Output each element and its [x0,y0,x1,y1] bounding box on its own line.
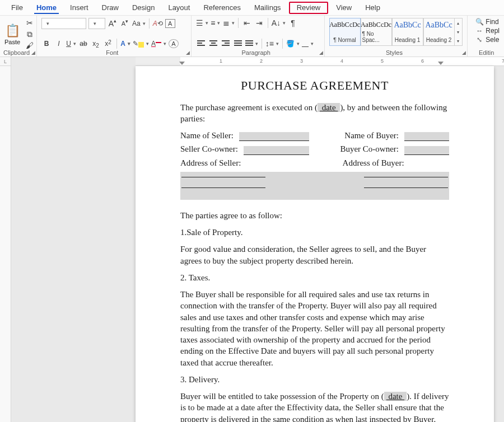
distributed-button[interactable] [245,39,258,49]
section3-body: Buyer will be entitled to take possessio… [180,391,449,422]
font-color-button[interactable]: A [151,39,166,49]
ruler-tick: 5 [381,58,384,64]
bold-button[interactable]: B [41,39,52,49]
address-block[interactable] [180,172,449,200]
tab-design[interactable]: Design [125,0,161,16]
ruler-tick: 1 [220,58,222,64]
ribbon-tabs: File Home Insert Draw Design Layout Refe… [0,0,504,16]
increase-indent-button[interactable]: ⇥ [254,18,264,28]
style-no-spacing[interactable]: AaBbCcDc ¶ No Spac... [361,18,392,46]
tab-view[interactable]: View [329,0,358,16]
enclose-char-button[interactable]: A [169,39,179,48]
clear-formatting-button[interactable]: A⟲ [153,18,163,29]
tab-review[interactable]: Review [289,2,329,14]
tab-mailings[interactable]: Mailings [248,0,288,16]
group-clipboard-label: Clipboard [0,49,33,56]
paragraph-dialog-launcher[interactable]: ◢ [319,50,323,55]
numbering-button[interactable]: ≡ [211,18,221,28]
italic-button[interactable]: I [54,39,64,49]
section2-body: The Buyer shall be responsible for all r… [180,289,449,368]
vertical-ruler[interactable]: L [0,57,11,422]
date-field[interactable]: date [318,103,340,112]
find-label: Find [486,18,498,26]
tab-layout[interactable]: Layout [161,0,197,16]
strikethrough-button[interactable]: ab [78,39,88,49]
shrink-font-button[interactable]: A▾ [120,18,130,29]
group-font: A▴ A▾ Aa A⟲ A B I U ab x2 x2 A ✎ A A Fon… [37,16,192,57]
style-normal[interactable]: AaBbCcDc ¶ Normal [329,18,361,46]
style-heading2-label: Heading 2 [426,37,452,43]
show-hide-button[interactable]: ¶ [288,18,298,28]
section1-head: 1.Sale of Property. [180,227,449,238]
tab-draw[interactable]: Draw [95,0,125,16]
font-dialog-launcher[interactable]: ◢ [186,50,190,55]
shading-button[interactable]: 🪣 [286,39,300,49]
borders-button[interactable] [302,39,314,49]
paste-button[interactable]: 📋 Paste [4,19,20,49]
find-button[interactable]: 🔍Find [475,18,500,26]
style-heading1[interactable]: AaBbCc Heading 1 [392,18,423,46]
agree-line: The parties agree to as follow: [180,210,449,221]
tab-references[interactable]: References [197,0,247,16]
highlight-button[interactable]: ✎ [133,39,149,49]
style-preview: AaBbCc [425,21,452,30]
tab-help[interactable]: Help [358,0,387,16]
styles-dialog-launcher[interactable]: ◢ [462,50,466,55]
align-left-button[interactable] [196,39,206,49]
style-preview: AaBbCcDc [361,21,391,29]
ruler-tick: 7 [502,58,504,64]
group-clipboard: 📋 Paste ✂ ⧉ 🖌 Clipboard ◢ [0,16,37,57]
align-right-button[interactable] [221,39,231,49]
blank-name-seller[interactable] [239,132,309,141]
tab-file[interactable]: File [4,0,30,16]
replace-button[interactable]: ↔Repl [475,27,500,35]
bullets-button[interactable]: ☰ [196,18,208,28]
ruler-origin[interactable]: L [0,57,11,66]
justify-button[interactable] [233,39,243,49]
group-styles-label: Styles [325,49,464,56]
style-heading1-label: Heading 1 [395,37,421,43]
label-addr-seller: Address of Seller: [180,157,241,168]
align-center-button[interactable] [208,39,218,49]
tab-home[interactable]: Home [30,0,63,16]
document-page[interactable]: PURCHASE AGREEMENT The purchase agreemen… [136,66,494,422]
styles-more-button[interactable]: ▴▾▾ [455,18,463,46]
font-size-select[interactable] [88,18,105,29]
date-field-2[interactable]: date [384,392,407,401]
cut-button[interactable]: ✂ [25,18,35,28]
cursor-icon: ⤡ [475,36,483,44]
style-heading2[interactable]: AaBbCc Heading 2 [423,18,455,46]
replace-icon: ↔ [475,27,483,35]
sort-button[interactable]: A↓ [272,18,286,28]
style-preview: AaBbCcDc [329,21,360,29]
blank-buyer-co[interactable] [404,146,449,155]
phonetic-guide-button[interactable]: A [165,19,175,28]
multilevel-list-button[interactable]: ≣ [223,18,235,28]
grow-font-button[interactable]: A▴ [108,18,118,29]
subscript-button[interactable]: x2 [91,39,101,49]
label-addr-buyer: Address of Buyer: [343,157,404,168]
group-paragraph-label: Paragraph [192,49,321,56]
change-case-button[interactable]: Aa [132,18,146,29]
style-normal-label: ¶ Normal [333,37,356,43]
line-spacing-button[interactable]: ↕≡ [265,39,279,49]
label-seller-co: Seller Co-owner: [180,143,238,154]
section3-head: 3. Delivery. [180,374,449,385]
select-button[interactable]: ⤡Sele [475,36,500,44]
label-name-buyer: Name of Buyer: [344,130,399,141]
ribbon: 📋 Paste ✂ ⧉ 🖌 Clipboard ◢ A▴ A▾ Aa A⟲ A … [0,16,504,57]
blank-name-buyer[interactable] [404,132,449,141]
font-name-select[interactable] [41,18,86,29]
ruler-tick: 3 [300,58,303,64]
replace-label: Repl [486,27,500,35]
blank-seller-co[interactable] [244,146,310,155]
superscript-button[interactable]: x2 [103,39,113,49]
tab-insert[interactable]: Insert [63,0,95,16]
underline-button[interactable]: U [66,39,76,49]
horizontal-ruler[interactable]: 1 2 3 4 5 6 7 [136,57,504,66]
style-preview: AaBbCc [394,21,421,30]
text-effects-button[interactable]: A [120,39,130,49]
decrease-indent-button[interactable]: ⇤ [242,18,252,28]
copy-button[interactable]: ⧉ [25,29,35,39]
clipboard-dialog-launcher[interactable]: ◢ [31,50,35,55]
